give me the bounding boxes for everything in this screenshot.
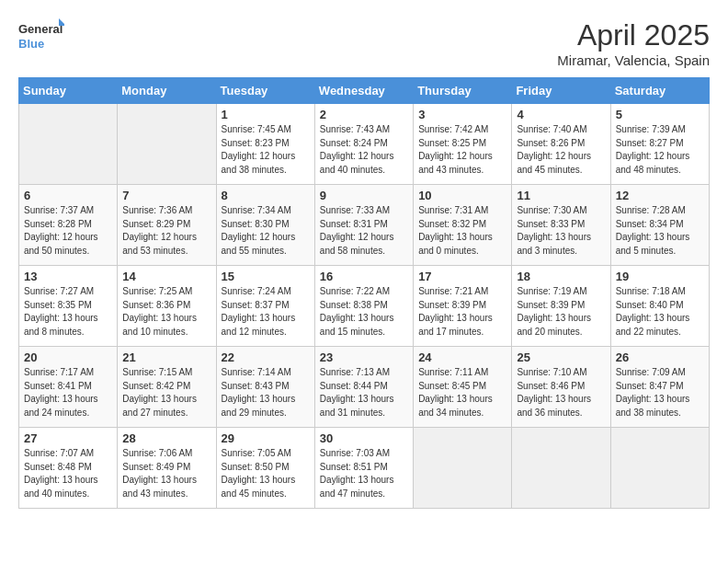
day-info: Sunrise: 7:19 AM Sunset: 8:39 PM Dayligh… [517,285,605,339]
day-cell: 16Sunrise: 7:22 AM Sunset: 8:38 PM Dayli… [314,266,413,347]
day-info: Sunrise: 7:30 AM Sunset: 8:33 PM Dayligh… [517,204,605,258]
day-number: 20 [24,350,112,364]
svg-text:General: General [18,22,63,36]
day-number: 13 [24,270,112,283]
day-number: 14 [122,270,210,283]
svg-text:Blue: Blue [18,37,44,51]
day-number: 21 [122,350,210,364]
day-cell: 23Sunrise: 7:13 AM Sunset: 8:44 PM Dayli… [314,347,413,428]
day-number: 3 [418,108,506,121]
day-cell [414,428,512,509]
day-cell [118,104,216,185]
day-info: Sunrise: 7:31 AM Sunset: 8:32 PM Dayligh… [418,204,506,258]
day-info: Sunrise: 7:24 AM Sunset: 8:37 PM Dayligh… [222,285,310,339]
day-number: 12 [616,189,704,202]
col-header-monday: Monday [118,78,216,104]
day-cell: 14Sunrise: 7:25 AM Sunset: 8:36 PM Dayli… [118,266,216,347]
day-info: Sunrise: 7:45 AM Sunset: 8:23 PM Dayligh… [222,123,310,177]
day-number: 10 [418,189,506,202]
day-cell: 18Sunrise: 7:19 AM Sunset: 8:39 PM Dayli… [512,266,610,347]
day-cell: 29Sunrise: 7:05 AM Sunset: 8:50 PM Dayli… [216,428,314,509]
day-number: 8 [222,189,310,202]
month-title: April 2025 [557,18,710,52]
day-number: 18 [517,270,605,283]
title-area: April 2025 Miramar, Valencia, Spain [557,18,710,68]
day-number: 2 [320,108,408,121]
col-header-sunday: Sunday [19,78,118,104]
day-number: 5 [616,108,704,121]
week-row-5: 27Sunrise: 7:07 AM Sunset: 8:48 PM Dayli… [19,428,710,509]
day-cell: 9Sunrise: 7:33 AM Sunset: 8:31 PM Daylig… [314,185,413,266]
day-number: 1 [222,108,310,121]
day-cell [610,428,709,509]
day-number: 7 [122,189,210,202]
day-number: 26 [616,350,704,364]
location-title: Miramar, Valencia, Spain [557,52,710,68]
col-header-wednesday: Wednesday [314,78,413,104]
day-info: Sunrise: 7:06 AM Sunset: 8:49 PM Dayligh… [122,447,210,500]
week-row-4: 20Sunrise: 7:17 AM Sunset: 8:41 PM Dayli… [19,347,710,428]
day-cell: 20Sunrise: 7:17 AM Sunset: 8:41 PM Dayli… [19,347,118,428]
day-info: Sunrise: 7:37 AM Sunset: 8:28 PM Dayligh… [24,204,112,258]
day-cell: 8Sunrise: 7:34 AM Sunset: 8:30 PM Daylig… [216,185,314,266]
day-number: 29 [222,431,310,445]
day-cell: 28Sunrise: 7:06 AM Sunset: 8:49 PM Dayli… [118,428,216,509]
day-number: 27 [24,431,112,445]
day-number: 28 [122,431,210,445]
header: General Blue April 2025 Miramar, Valenci… [18,18,710,68]
day-cell: 1Sunrise: 7:45 AM Sunset: 8:23 PM Daylig… [216,104,314,185]
day-info: Sunrise: 7:43 AM Sunset: 8:24 PM Dayligh… [320,123,408,177]
day-info: Sunrise: 7:34 AM Sunset: 8:30 PM Dayligh… [222,204,310,258]
day-cell: 27Sunrise: 7:07 AM Sunset: 8:48 PM Dayli… [19,428,118,509]
day-cell: 30Sunrise: 7:03 AM Sunset: 8:51 PM Dayli… [314,428,413,509]
day-info: Sunrise: 7:07 AM Sunset: 8:48 PM Dayligh… [24,447,112,500]
week-row-1: 1Sunrise: 7:45 AM Sunset: 8:23 PM Daylig… [19,104,710,185]
day-cell: 15Sunrise: 7:24 AM Sunset: 8:37 PM Dayli… [216,266,314,347]
day-info: Sunrise: 7:28 AM Sunset: 8:34 PM Dayligh… [616,204,704,258]
day-number: 11 [517,189,605,202]
day-cell: 17Sunrise: 7:21 AM Sunset: 8:39 PM Dayli… [414,266,512,347]
day-number: 22 [222,350,310,364]
day-cell: 13Sunrise: 7:27 AM Sunset: 8:35 PM Dayli… [19,266,118,347]
day-cell: 10Sunrise: 7:31 AM Sunset: 8:32 PM Dayli… [414,185,512,266]
day-cell: 2Sunrise: 7:43 AM Sunset: 8:24 PM Daylig… [314,104,413,185]
day-number: 24 [418,350,506,364]
day-cell: 6Sunrise: 7:37 AM Sunset: 8:28 PM Daylig… [19,185,118,266]
day-info: Sunrise: 7:05 AM Sunset: 8:50 PM Dayligh… [222,447,310,500]
col-header-saturday: Saturday [610,78,709,104]
day-cell: 4Sunrise: 7:40 AM Sunset: 8:26 PM Daylig… [512,104,610,185]
logo-svg: General Blue [18,18,64,55]
week-row-2: 6Sunrise: 7:37 AM Sunset: 8:28 PM Daylig… [19,185,710,266]
day-cell: 11Sunrise: 7:30 AM Sunset: 8:33 PM Dayli… [512,185,610,266]
day-info: Sunrise: 7:09 AM Sunset: 8:47 PM Dayligh… [616,366,704,419]
col-header-thursday: Thursday [414,78,512,104]
day-number: 16 [320,270,408,283]
day-info: Sunrise: 7:42 AM Sunset: 8:25 PM Dayligh… [418,123,506,177]
day-cell: 5Sunrise: 7:39 AM Sunset: 8:27 PM Daylig… [610,104,709,185]
day-cell: 7Sunrise: 7:36 AM Sunset: 8:29 PM Daylig… [118,185,216,266]
day-info: Sunrise: 7:39 AM Sunset: 8:27 PM Dayligh… [616,123,704,177]
day-info: Sunrise: 7:03 AM Sunset: 8:51 PM Dayligh… [320,447,408,500]
header-row: SundayMondayTuesdayWednesdayThursdayFrid… [19,78,710,104]
svg-marker-2 [59,18,64,26]
day-cell: 12Sunrise: 7:28 AM Sunset: 8:34 PM Dayli… [610,185,709,266]
day-number: 23 [320,350,408,364]
day-info: Sunrise: 7:10 AM Sunset: 8:46 PM Dayligh… [517,366,605,419]
day-number: 19 [616,270,704,283]
day-number: 15 [222,270,310,283]
day-cell: 26Sunrise: 7:09 AM Sunset: 8:47 PM Dayli… [610,347,709,428]
day-number: 17 [418,270,506,283]
day-cell: 25Sunrise: 7:10 AM Sunset: 8:46 PM Dayli… [512,347,610,428]
col-header-tuesday: Tuesday [216,78,314,104]
day-info: Sunrise: 7:14 AM Sunset: 8:43 PM Dayligh… [222,366,310,419]
day-number: 30 [320,431,408,445]
day-info: Sunrise: 7:40 AM Sunset: 8:26 PM Dayligh… [517,123,605,177]
day-cell [19,104,118,185]
day-info: Sunrise: 7:11 AM Sunset: 8:45 PM Dayligh… [418,366,506,419]
day-info: Sunrise: 7:17 AM Sunset: 8:41 PM Dayligh… [24,366,112,419]
day-number: 4 [517,108,605,121]
day-cell: 21Sunrise: 7:15 AM Sunset: 8:42 PM Dayli… [118,347,216,428]
day-number: 25 [517,350,605,364]
day-info: Sunrise: 7:15 AM Sunset: 8:42 PM Dayligh… [122,366,210,419]
day-info: Sunrise: 7:27 AM Sunset: 8:35 PM Dayligh… [24,285,112,339]
